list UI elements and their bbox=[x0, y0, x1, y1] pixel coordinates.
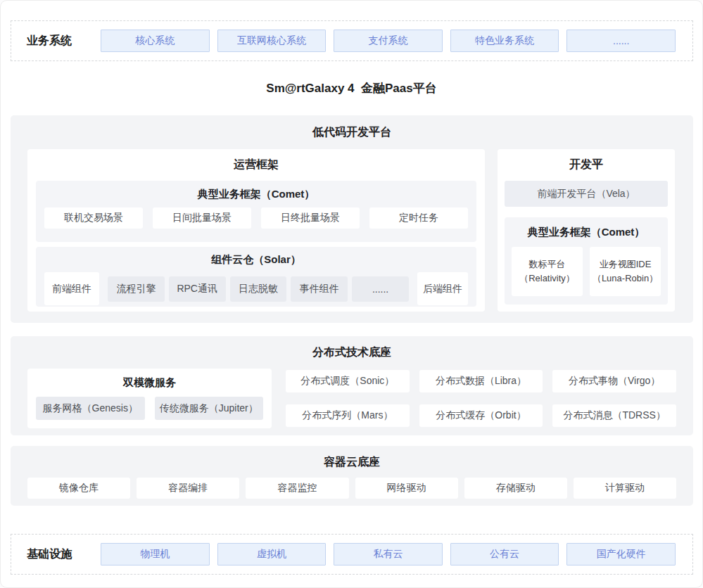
dev-comet-title: 典型业务框架（Comet） bbox=[512, 217, 661, 247]
business-systems-chips: 核心系统 互联网核心系统 支付系统 特色业务系统 ...... bbox=[101, 30, 676, 52]
business-system-item-core[interactable]: 核心系统 bbox=[101, 30, 210, 52]
distributed-service-item-libra[interactable]: 分布式数据（Libra） bbox=[419, 370, 543, 392]
distributed-services-grid: 分布式调度（Sonic） 分布式数据（Libra） 分布式事物（Virgo） 分… bbox=[286, 370, 676, 427]
business-system-item-special[interactable]: 特色业务系统 bbox=[450, 30, 559, 52]
infrastructure-item-physical[interactable]: 物理机 bbox=[101, 543, 210, 565]
solar-component-item-log-masking[interactable]: 日志脱敏 bbox=[230, 276, 287, 302]
solar-components-row: 前端组件 流程引擎 RPC通讯 日志脱敏 事件组件 ...... 后端组件 bbox=[44, 272, 468, 305]
solar-component-item-workflow[interactable]: 流程引擎 bbox=[108, 276, 165, 302]
front-component-button[interactable]: 前端组件 bbox=[44, 272, 99, 305]
infrastructure-chips: 物理机 虚拟机 私有云 公有云 国产化硬件 bbox=[101, 543, 676, 565]
distributed-base-title: 分布式技术底座 bbox=[27, 345, 676, 360]
luna-robin-card-line2: （Luna-Robin） bbox=[593, 271, 658, 286]
dual-mode-buttons: 服务网格（Genesis） 传统微服务（Jupiter） bbox=[36, 397, 263, 420]
low-code-row: 运营框架 典型业务框架（Comet） 联机交易场景 日间批量场景 日终批量场景 … bbox=[27, 149, 676, 312]
business-system-item-payment[interactable]: 支付系统 bbox=[334, 30, 443, 52]
architecture-diagram: 业务系统 核心系统 互联网核心系统 支付系统 特色业务系统 ...... Sm@… bbox=[0, 0, 703, 588]
comet-scene-item-online[interactable]: 联机交易场景 bbox=[44, 207, 143, 229]
distributed-service-item-virgo[interactable]: 分布式事物（Virgo） bbox=[552, 370, 676, 392]
vela-button[interactable]: 前端开发平台（Vela） bbox=[505, 181, 668, 207]
page-title: Sm@rtGalaxy 4 金融Paas平台 bbox=[1, 61, 702, 115]
luna-robin-card-line1: 业务视图IDE bbox=[600, 257, 652, 271]
infrastructure-item-public-cloud[interactable]: 公有云 bbox=[450, 543, 559, 565]
container-capability-item-storage[interactable]: 存储驱动 bbox=[464, 478, 567, 499]
ops-framework-panel: 运营框架 典型业务框架（Comet） 联机交易场景 日间批量场景 日终批量场景 … bbox=[27, 149, 485, 312]
container-capability-item-orchestration[interactable]: 容器编排 bbox=[137, 478, 239, 499]
dev-platform-title: 开发平 bbox=[505, 149, 668, 181]
low-code-platform-panel: 低代码开发平台 运营框架 典型业务框架（Comet） 联机交易场景 日间批量场景… bbox=[11, 115, 693, 323]
comet-scene-item-daytime-batch[interactable]: 日间批量场景 bbox=[153, 207, 251, 229]
infrastructure-item-domestic-hardware[interactable]: 国产化硬件 bbox=[566, 543, 676, 565]
luna-robin-card[interactable]: 业务视图IDE （Luna-Robin） bbox=[590, 247, 661, 296]
business-system-item-more[interactable]: ...... bbox=[566, 30, 676, 52]
genesis-button[interactable]: 服务网格（Genesis） bbox=[36, 397, 145, 420]
infrastructure-item-private-cloud[interactable]: 私有云 bbox=[334, 543, 443, 565]
top-spacer bbox=[1, 1, 702, 20]
comet-scene-item-eod-batch[interactable]: 日终批量场景 bbox=[261, 207, 360, 229]
low-code-platform-title: 低代码开发平台 bbox=[27, 125, 676, 140]
jupiter-button[interactable]: 传统微服务（Jupiter） bbox=[155, 397, 264, 420]
container-capability-item-registry[interactable]: 镜像仓库 bbox=[27, 478, 130, 499]
distributed-row: 双模微服务 服务网格（Genesis） 传统微服务（Jupiter） 分布式调度… bbox=[27, 369, 676, 428]
business-systems-row: 业务系统 核心系统 互联网核心系统 支付系统 特色业务系统 ...... bbox=[11, 20, 693, 61]
distributed-service-item-tdrss[interactable]: 分布式消息（TDRSS） bbox=[552, 404, 676, 427]
solar-component-item-more[interactable]: ...... bbox=[352, 276, 409, 302]
infrastructure-row: 基础设施 物理机 虚拟机 私有云 公有云 国产化硬件 bbox=[11, 534, 693, 575]
dev-comet-subpanel: 典型业务框架（Comet） 数标平台 （Relativity） 业务视图IDE … bbox=[505, 217, 668, 305]
relativity-card-line1: 数标平台 bbox=[529, 257, 566, 271]
comet-framework-title: 典型业务框架（Comet） bbox=[44, 181, 468, 207]
business-system-item-internet-core[interactable]: 互联网核心系统 bbox=[217, 30, 327, 52]
solar-warehouse-subpanel: 组件云仓（Solar） 前端组件 流程引擎 RPC通讯 日志脱敏 事件组件 ..… bbox=[36, 247, 476, 307]
container-cloud-panel: 容器云底座 镜像仓库 容器编排 容器监控 网络驱动 存储驱动 计算驱动 bbox=[11, 446, 693, 506]
dev-platform-panel: 开发平 前端开发平台（Vela） 典型业务框架（Comet） 数标平台 （Rel… bbox=[498, 149, 675, 312]
infrastructure-label: 基础设施 bbox=[27, 547, 101, 562]
comet-framework-subpanel: 典型业务框架（Comet） 联机交易场景 日间批量场景 日终批量场景 定时任务 bbox=[36, 181, 476, 242]
solar-warehouse-title: 组件云仓（Solar） bbox=[44, 247, 468, 272]
container-capability-item-monitoring[interactable]: 容器监控 bbox=[246, 478, 348, 499]
relativity-card[interactable]: 数标平台 （Relativity） bbox=[512, 247, 583, 296]
back-component-button[interactable]: 后端组件 bbox=[417, 272, 468, 305]
relativity-card-line2: （Relativity） bbox=[519, 271, 575, 286]
business-systems-label: 业务系统 bbox=[27, 34, 101, 49]
distributed-service-item-mars[interactable]: 分布式序列（Mars） bbox=[286, 404, 410, 427]
dual-mode-title: 双模微服务 bbox=[36, 369, 263, 397]
distributed-service-item-orbit[interactable]: 分布式缓存（Orbit） bbox=[419, 404, 543, 427]
distributed-base-panel: 分布式技术底座 双模微服务 服务网格（Genesis） 传统微服务（Jupite… bbox=[11, 336, 693, 435]
container-capability-item-compute[interactable]: 计算驱动 bbox=[574, 478, 676, 499]
dual-mode-microservice-panel: 双模微服务 服务网格（Genesis） 传统微服务（Jupiter） bbox=[27, 369, 272, 428]
distributed-service-item-sonic[interactable]: 分布式调度（Sonic） bbox=[286, 370, 410, 392]
comet-scenes-row: 联机交易场景 日间批量场景 日终批量场景 定时任务 bbox=[44, 207, 468, 229]
solar-component-item-rpc[interactable]: RPC通讯 bbox=[169, 276, 226, 302]
infrastructure-item-virtual[interactable]: 虚拟机 bbox=[217, 543, 327, 565]
container-cloud-row: 镜像仓库 容器编排 容器监控 网络驱动 存储驱动 计算驱动 bbox=[27, 478, 676, 499]
infrastructure-gap bbox=[1, 506, 702, 534]
dev-comet-cards: 数标平台 （Relativity） 业务视图IDE （Luna-Robin） bbox=[512, 247, 661, 296]
solar-component-item-event[interactable]: 事件组件 bbox=[291, 276, 348, 302]
comet-scene-item-scheduled[interactable]: 定时任务 bbox=[369, 207, 468, 229]
ops-framework-title: 运营框架 bbox=[36, 149, 476, 181]
container-capability-item-network[interactable]: 网络驱动 bbox=[355, 478, 458, 499]
container-cloud-title: 容器云底座 bbox=[27, 455, 676, 470]
